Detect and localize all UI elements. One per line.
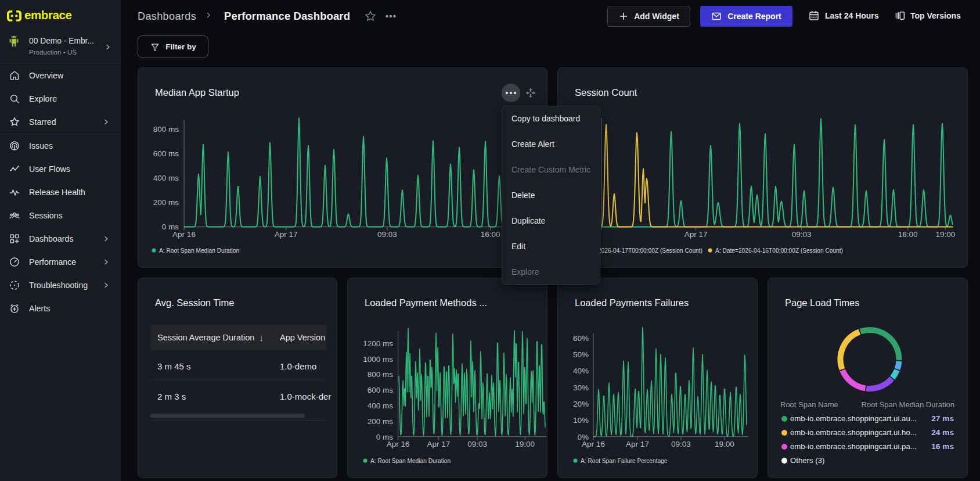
svg-text:19:00: 19:00 <box>715 440 734 448</box>
svg-text:1000 ms: 1000 ms <box>363 355 393 364</box>
svg-text:60%: 60% <box>573 334 589 343</box>
svg-text:10%: 10% <box>573 416 589 425</box>
svg-text:400 ms: 400 ms <box>153 174 179 182</box>
svg-text:A: Date=2026-04-16T00:00:00Z (: A: Date=2026-04-16T00:00:00Z (Session Co… <box>715 247 843 254</box>
svg-text:Apr 17: Apr 17 <box>626 440 649 448</box>
svg-text:Apr 17: Apr 17 <box>427 440 451 448</box>
svg-text:19:00: 19:00 <box>936 230 956 239</box>
svg-text:Apr 17: Apr 17 <box>684 230 708 239</box>
svg-text:A: Root Span Median Duration: A: Root Span Median Duration <box>370 458 451 464</box>
svg-text:16:00: 16:00 <box>898 230 918 239</box>
svg-text:800 ms: 800 ms <box>368 370 394 379</box>
svg-text:50%: 50% <box>573 350 589 359</box>
svg-text:40%: 40% <box>573 367 589 375</box>
svg-text:A: Root Span Median Duration: A: Root Span Median Duration <box>159 247 239 254</box>
svg-text:30%: 30% <box>573 383 589 392</box>
svg-text:A: Root Span Failure Percentag: A: Root Span Failure Percentage <box>581 458 668 464</box>
svg-text:1200 ms: 1200 ms <box>363 339 393 348</box>
svg-text:16:00: 16:00 <box>481 230 500 239</box>
svg-text:400 ms: 400 ms <box>368 401 394 410</box>
svg-text:09:03: 09:03 <box>792 230 812 239</box>
svg-text:200 ms: 200 ms <box>153 198 179 207</box>
svg-text:09:03: 09:03 <box>377 230 397 239</box>
svg-text:20%: 20% <box>573 400 589 408</box>
svg-text:600 ms: 600 ms <box>368 386 394 394</box>
svg-text:Apr 16: Apr 16 <box>172 230 196 239</box>
svg-text:600 ms: 600 ms <box>153 149 179 158</box>
svg-text:200 ms: 200 ms <box>368 417 394 426</box>
svg-text:Apr 16: Apr 16 <box>387 440 410 448</box>
svg-text:800 ms: 800 ms <box>153 125 179 134</box>
svg-text:09:03: 09:03 <box>671 440 691 448</box>
svg-text:09:03: 09:03 <box>467 440 487 448</box>
svg-text:19:00: 19:00 <box>515 440 535 448</box>
svg-text:Apr 17: Apr 17 <box>275 230 298 239</box>
svg-text:Apr 16: Apr 16 <box>582 440 605 448</box>
